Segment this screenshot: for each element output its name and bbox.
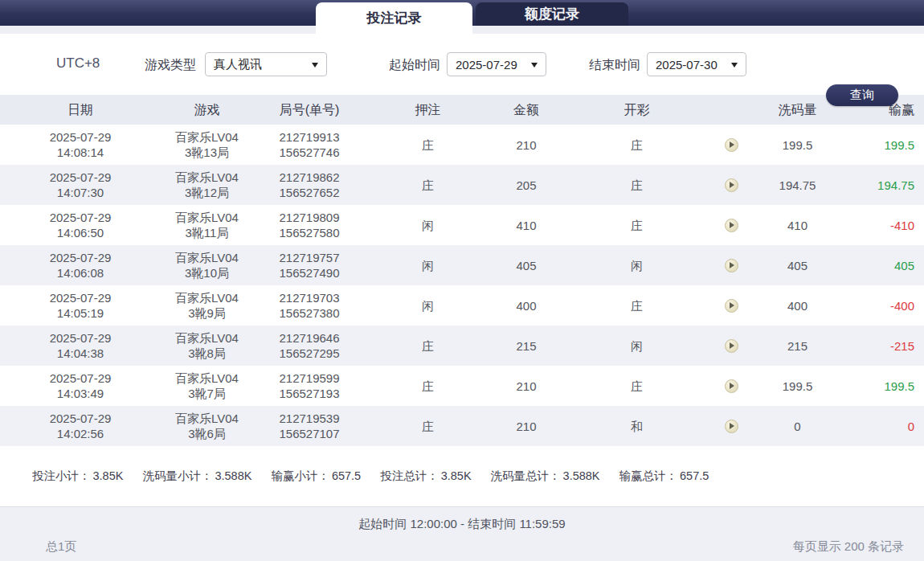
summary-value: 657.5 — [332, 469, 361, 482]
per-page-info: 每页显示 200 条记录 — [793, 539, 904, 555]
cell-datetime: 2025-07-2914:06:08 — [0, 250, 161, 280]
filter-bar: UTC+8 游戏类型 真人视讯 起始时间 2025-07-29 结束时间 202… — [0, 34, 924, 95]
tab-quota-records[interactable]: 额度记录 — [476, 2, 628, 26]
cell-replay — [711, 259, 751, 272]
replay-play-icon[interactable] — [725, 420, 738, 433]
header-bet: 押注 — [366, 102, 490, 117]
cell-datetime: 2025-07-2914:03:49 — [0, 371, 161, 401]
cell-winloss: 199.5 — [844, 137, 924, 153]
header-amount: 金额 — [490, 102, 562, 117]
cell-game: 百家乐LV043靴6局 — [161, 411, 253, 441]
summary-item: 输赢小计：657.5 — [271, 469, 361, 484]
header-result: 开彩 — [562, 102, 711, 117]
settlement-time-range: 起始时间 12:00:00 - 结束时间 11:59:59 — [0, 517, 924, 532]
cell-winloss: 199.5 — [844, 379, 924, 394]
cell-result: 庄 — [562, 379, 711, 394]
cell-game: 百家乐LV043靴11局 — [161, 210, 253, 240]
end-date-select[interactable]: 2025-07-30 — [647, 52, 746, 76]
cell-round: 212719539156527107 — [253, 411, 366, 441]
cell-game: 百家乐LV043靴10局 — [161, 250, 253, 280]
cell-winloss: 0 — [844, 419, 924, 434]
cell-game: 百家乐LV043靴13局 — [161, 129, 253, 160]
table-row: 2025-07-2914:02:56 百家乐LV043靴6局 212719539… — [0, 406, 924, 446]
cell-amount: 400 — [490, 298, 562, 313]
game-type-select[interactable]: 真人视讯 — [205, 52, 327, 76]
summary-item: 洗码量小计：3.588K — [142, 469, 251, 484]
replay-play-icon[interactable] — [725, 379, 738, 393]
cell-bet: 庄 — [366, 178, 490, 193]
summary-label: 投注总计： — [380, 469, 439, 482]
summary-item: 输赢总计：657.5 — [619, 469, 709, 484]
cell-game: 百家乐LV043靴7局 — [161, 371, 253, 401]
cell-game: 百家乐LV043靴12局 — [161, 170, 253, 200]
cell-replay — [711, 138, 751, 152]
table-row: 2025-07-2914:04:38 百家乐LV043靴8局 212719646… — [0, 326, 924, 366]
replay-play-icon[interactable] — [725, 339, 738, 353]
cell-datetime: 2025-07-2914:05:19 — [0, 290, 161, 321]
tab-bet-records[interactable]: 投注记录 — [316, 2, 472, 34]
cell-amount: 210 — [490, 419, 562, 434]
cell-amount: 210 — [490, 379, 562, 394]
cell-bet: 闲 — [366, 258, 490, 273]
cell-round: 212719809156527580 — [253, 210, 366, 240]
cell-replay — [711, 178, 751, 192]
header-game: 游戏 — [161, 102, 253, 117]
start-date-value: 2025-07-29 — [456, 58, 517, 72]
summary-label: 洗码量小计： — [142, 469, 212, 482]
cell-result: 和 — [562, 419, 711, 434]
replay-play-icon[interactable] — [725, 219, 738, 232]
cell-replay — [711, 379, 751, 393]
cell-rolling: 400 — [751, 298, 844, 313]
cell-round: 212719757156527490 — [253, 250, 366, 280]
dropdown-caret-icon — [731, 63, 738, 68]
summary-item: 投注小计：3.85K — [32, 469, 123, 484]
play-triangle — [730, 141, 734, 148]
summary-bar: 投注小计：3.85K 洗码量小计：3.588K 输赢小计：657.5 投注总计：… — [0, 446, 924, 506]
cell-amount: 215 — [490, 338, 562, 354]
cell-bet: 庄 — [366, 137, 490, 153]
cell-round: 212719599156527193 — [253, 371, 366, 401]
replay-play-icon[interactable] — [725, 138, 738, 152]
play-triangle — [730, 342, 734, 349]
play-triangle — [730, 383, 734, 389]
play-triangle — [730, 222, 734, 228]
header-round: 局号(单号) — [253, 102, 366, 117]
summary-item: 投注总计：3.85K — [380, 469, 471, 484]
cell-amount: 410 — [490, 218, 562, 233]
cell-result: 庄 — [562, 218, 711, 233]
cell-bet: 闲 — [366, 298, 490, 313]
replay-play-icon[interactable] — [725, 178, 738, 192]
table-row: 2025-07-2914:07:30 百家乐LV043靴12局 21271986… — [0, 165, 924, 205]
replay-play-icon[interactable] — [725, 299, 738, 313]
cell-amount: 210 — [490, 137, 562, 153]
footer: 起始时间 12:00:00 - 结束时间 11:59:59 总1页 每页显示 2… — [0, 506, 924, 561]
table-row: 2025-07-2914:05:19 百家乐LV043靴9局 212719703… — [0, 285, 924, 326]
summary-label: 投注小计： — [32, 469, 91, 482]
play-triangle — [730, 302, 734, 309]
start-date-select[interactable]: 2025-07-29 — [447, 52, 546, 76]
table-row: 2025-07-2914:06:50 百家乐LV043靴11局 21271980… — [0, 205, 924, 245]
table-header: 日期 游戏 局号(单号) 押注 金额 开彩 洗码量 输赢 — [0, 95, 924, 125]
summary-value: 3.85K — [441, 469, 472, 482]
query-button[interactable]: 查询 — [826, 84, 898, 106]
cell-datetime: 2025-07-2914:06:50 — [0, 210, 161, 240]
cell-bet: 庄 — [366, 338, 490, 354]
cell-bet: 闲 — [366, 218, 490, 233]
cell-round: 212719646156527295 — [253, 330, 366, 361]
dropdown-caret-icon — [531, 63, 538, 68]
timezone-label: UTC+8 — [56, 55, 100, 72]
cell-result: 闲 — [562, 258, 711, 273]
end-date-value: 2025-07-30 — [656, 58, 718, 72]
summary-value: 3.588K — [215, 469, 251, 482]
cell-replay — [711, 420, 751, 433]
cell-bet: 庄 — [366, 419, 490, 434]
cell-rolling: 410 — [751, 218, 844, 233]
cell-rolling: 405 — [751, 258, 844, 273]
summary-value: 3.85K — [93, 469, 124, 482]
play-triangle — [730, 423, 734, 429]
table-row: 2025-07-2914:06:08 百家乐LV043靴10局 21271975… — [0, 245, 924, 285]
replay-play-icon[interactable] — [725, 259, 738, 272]
cell-replay — [711, 299, 751, 313]
game-type-label: 游戏类型 — [145, 57, 196, 74]
table-body: 2025-07-2914:08:14 百家乐LV043靴13局 21271991… — [0, 125, 924, 446]
